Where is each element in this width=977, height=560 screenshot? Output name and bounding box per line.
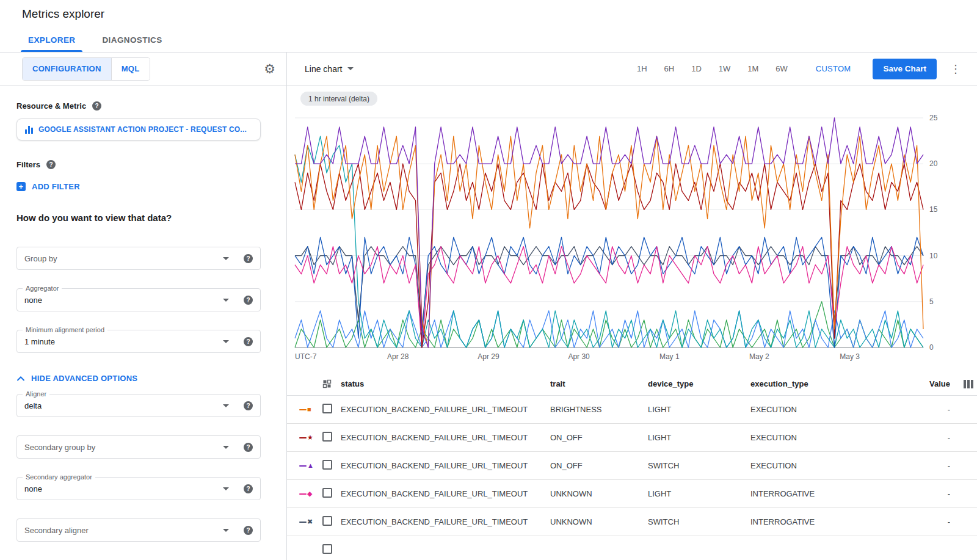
table-header: status trait device_type execution_type … xyxy=(287,373,977,396)
aggregator-field[interactable]: Aggregator none ? xyxy=(16,288,261,311)
metric-selector-button[interactable]: GOOGLE ASSISTANT ACTION PROJECT - REQUES… xyxy=(16,118,261,140)
row-trait: ON_OFF xyxy=(550,461,648,470)
y-tick-label: 15 xyxy=(929,205,937,214)
row-checkbox[interactable] xyxy=(322,460,332,470)
help-icon[interactable]: ? xyxy=(244,443,253,452)
marker-glyph: ▲ xyxy=(307,462,314,469)
help-icon[interactable]: ? xyxy=(244,254,253,263)
help-icon[interactable]: ? xyxy=(46,160,56,169)
help-icon[interactable]: ? xyxy=(244,484,253,493)
minimum-alignment-period-value: 1 minute xyxy=(24,337,223,346)
x-tick-label: May 3 xyxy=(840,352,860,361)
resource-metric-label: Resource & Metric xyxy=(16,101,86,111)
series-marker: ✖ xyxy=(299,518,322,525)
row-device-type: LIGHT xyxy=(648,489,750,498)
marker-dash xyxy=(299,465,307,467)
range-custom-button[interactable]: CUSTOM xyxy=(807,59,860,78)
range-1d-button[interactable]: 1D xyxy=(683,59,710,78)
help-icon[interactable]: ? xyxy=(244,296,253,305)
table-row: ★EXECUTION_BACKEND_FAILURE_URL_TIMEOUTON… xyxy=(287,424,977,452)
aligner-value: delta xyxy=(24,401,223,410)
help-icon[interactable]: ? xyxy=(244,401,253,410)
help-icon[interactable]: ? xyxy=(244,337,253,346)
interval-chip[interactable]: 1 hr interval (delta) xyxy=(300,92,377,106)
bar-chart-icon xyxy=(25,125,33,134)
col-status[interactable]: status xyxy=(341,379,550,388)
row-checkbox[interactable] xyxy=(322,516,332,526)
secondary-aligner-field[interactable]: Secondary aligner ? xyxy=(16,518,261,542)
minimum-alignment-period-field[interactable]: Minimum alignment period 1 minute ? xyxy=(16,330,261,353)
marker-glyph: ◆ xyxy=(307,490,312,497)
hide-advanced-options-label: HIDE ADVANCED OPTIONS xyxy=(31,374,137,383)
row-status: EXECUTION_BACKEND_FAILURE_URL_TIMEOUT xyxy=(341,461,550,470)
chart-type-label: Line chart xyxy=(305,64,342,74)
configuration-panel: CONFIGURATION MQL ⚙ Resource & Metric ? … xyxy=(0,53,287,560)
column-settings-icon[interactable] xyxy=(950,380,977,388)
series-line xyxy=(295,118,923,347)
help-icon[interactable]: ? xyxy=(244,526,253,535)
line-chart[interactable] xyxy=(295,113,923,348)
row-checkbox[interactable] xyxy=(322,404,332,413)
row-checkbox[interactable] xyxy=(322,544,332,554)
col-trait[interactable]: trait xyxy=(550,379,648,388)
row-trait: ON_OFF xyxy=(550,433,648,442)
secondary-aggregator-field[interactable]: Secondary aggregator none ? xyxy=(16,477,261,500)
row-status: EXECUTION_BACKEND_FAILURE_URL_TIMEOUT xyxy=(341,489,550,498)
table-row-partial xyxy=(287,536,977,560)
save-chart-button[interactable]: Save Chart xyxy=(873,59,937,79)
col-device-type[interactable]: device_type xyxy=(648,379,750,388)
chevron-down-icon xyxy=(223,487,229,490)
row-execution-type: EXECUTION xyxy=(750,405,907,414)
help-icon[interactable]: ? xyxy=(92,101,101,111)
series-table: status trait device_type execution_type … xyxy=(287,373,977,560)
secondary-group-by-field[interactable]: Secondary group by ? xyxy=(16,435,261,459)
range-1h-button[interactable]: 1H xyxy=(628,59,656,78)
y-tick-label: 20 xyxy=(929,159,937,168)
y-axis-labels: 0510152025 xyxy=(923,113,948,348)
tab-diagnostics[interactable]: DIAGNOSTICS xyxy=(89,27,175,52)
row-trait: UNKNOWN xyxy=(550,517,648,526)
group-by-field[interactable]: Group by ? xyxy=(16,247,261,270)
row-checkbox[interactable] xyxy=(322,488,332,498)
range-6w-button[interactable]: 6W xyxy=(767,59,796,78)
range-6h-button[interactable]: 6H xyxy=(656,59,683,78)
row-status: EXECUTION_BACKEND_FAILURE_URL_TIMEOUT xyxy=(341,433,550,442)
mql-tab[interactable]: MQL xyxy=(111,58,150,80)
configuration-tab[interactable]: CONFIGURATION xyxy=(23,58,111,80)
chevron-down-icon xyxy=(223,529,229,532)
minimum-alignment-period-label: Minimum alignment period xyxy=(23,326,107,333)
row-checkbox[interactable] xyxy=(322,432,332,442)
range-1m-button[interactable]: 1M xyxy=(739,59,767,78)
col-value[interactable]: Value xyxy=(907,379,950,388)
marker-dash xyxy=(299,409,307,410)
col-execution-type[interactable]: execution_type xyxy=(750,379,907,388)
legend-toggle-grid-icon[interactable] xyxy=(322,379,341,388)
plus-icon: + xyxy=(16,182,26,191)
row-value: - xyxy=(907,433,950,442)
y-tick-label: 0 xyxy=(929,343,934,352)
range-1w-button[interactable]: 1W xyxy=(710,59,739,78)
x-tick-label: Apr 30 xyxy=(568,352,589,361)
settings-gear-icon[interactable]: ⚙ xyxy=(264,62,275,75)
tab-explorer[interactable]: EXPLORER xyxy=(15,27,89,52)
chevron-down-icon xyxy=(223,404,229,407)
config-mql-toggle: CONFIGURATION MQL xyxy=(22,57,150,81)
marker-dash xyxy=(299,437,307,438)
series-marker: ■ xyxy=(299,406,322,413)
row-device-type: SWITCH xyxy=(648,517,750,526)
page-title: Metrics explorer xyxy=(22,7,104,21)
more-options-icon[interactable]: ⋮ xyxy=(945,62,966,76)
chart-panel: Line chart 1H 6H 1D 1W 1M 6W CUSTOM Save… xyxy=(287,53,977,560)
series-marker: ▲ xyxy=(299,462,322,469)
table-row: ▲EXECUTION_BACKEND_FAILURE_URL_TIMEOUTON… xyxy=(287,452,977,480)
aligner-field[interactable]: Aligner delta ? xyxy=(16,394,261,417)
row-execution-type: EXECUTION xyxy=(750,461,907,470)
chart-toolbar: Line chart 1H 6H 1D 1W 1M 6W CUSTOM Save… xyxy=(287,53,977,85)
secondary-aggregator-value: none xyxy=(24,484,223,493)
row-value: - xyxy=(907,489,950,498)
top-tabs: EXPLORER DIAGNOSTICS xyxy=(0,27,977,53)
chart-type-dropdown[interactable]: Line chart xyxy=(305,64,354,74)
hide-advanced-options-button[interactable]: HIDE ADVANCED OPTIONS xyxy=(16,373,270,384)
add-filter-button[interactable]: + ADD FILTER xyxy=(16,181,270,192)
row-value: - xyxy=(907,461,950,470)
